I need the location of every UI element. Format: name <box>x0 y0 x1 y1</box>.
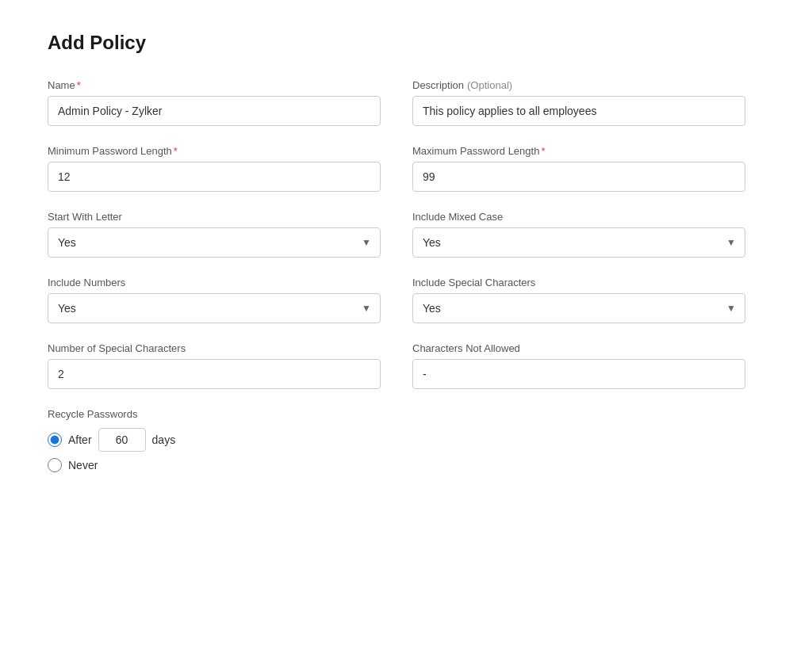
never-radio-row: Never <box>48 458 745 472</box>
include-special-chars-group: Include Special Characters Yes No ▼ <box>412 277 745 323</box>
max-password-input[interactable] <box>412 162 745 192</box>
after-radio-input[interactable] <box>48 433 62 447</box>
include-numbers-group: Include Numbers Yes No ▼ <box>48 277 381 323</box>
chars-not-allowed-group: Characters Not Allowed <box>412 342 745 389</box>
include-numbers-select[interactable]: Yes No <box>48 293 381 323</box>
include-mixed-case-wrapper: Yes No ▼ <box>412 227 745 258</box>
never-radio-input[interactable] <box>48 458 62 472</box>
include-mixed-case-group: Include Mixed Case Yes No ▼ <box>412 211 745 258</box>
include-special-chars-wrapper: Yes No ▼ <box>412 293 745 323</box>
include-numbers-wrapper: Yes No ▼ <box>48 293 381 323</box>
page-title: Add Policy <box>48 32 745 54</box>
include-mixed-case-label: Include Mixed Case <box>412 211 745 223</box>
days-input[interactable] <box>98 428 146 452</box>
min-password-input[interactable] <box>48 162 381 192</box>
chars-not-allowed-input[interactable] <box>412 359 745 389</box>
after-radio-row: After days <box>48 428 745 452</box>
include-special-chars-select[interactable]: Yes No <box>412 293 745 323</box>
start-with-letter-group: Start With Letter Yes No ▼ <box>48 211 381 258</box>
start-with-letter-label: Start With Letter <box>48 211 381 223</box>
max-password-group: Maximum Password Length* <box>412 145 745 192</box>
description-group: Description(Optional) <box>412 79 745 126</box>
num-special-chars-group: Number of Special Characters <box>48 342 381 389</box>
num-special-chars-input[interactable] <box>48 359 381 389</box>
page-container: Add Policy Name* Description(Optional) M… <box>0 0 793 504</box>
min-password-group: Minimum Password Length* <box>48 145 381 192</box>
include-mixed-case-select[interactable]: Yes No <box>412 227 745 258</box>
start-with-letter-select[interactable]: Yes No <box>48 227 381 258</box>
include-special-chars-label: Include Special Characters <box>412 277 745 288</box>
chars-not-allowed-label: Characters Not Allowed <box>412 342 745 354</box>
name-label: Name* <box>48 79 381 91</box>
include-numbers-label: Include Numbers <box>48 277 381 288</box>
min-password-label: Minimum Password Length* <box>48 145 381 157</box>
after-radio-label[interactable]: After <box>68 433 92 446</box>
start-with-letter-wrapper: Yes No ▼ <box>48 227 381 258</box>
name-group: Name* <box>48 79 381 126</box>
recycle-passwords-section: After days Never <box>48 428 745 472</box>
name-input[interactable] <box>48 96 381 126</box>
max-password-label: Maximum Password Length* <box>412 145 745 157</box>
recycle-passwords-label: Recycle Passwords <box>48 408 745 420</box>
days-text: days <box>152 433 176 446</box>
recycle-passwords-group: Recycle Passwords After days Never <box>48 408 745 472</box>
form-grid: Name* Description(Optional) Minimum Pass… <box>48 79 745 472</box>
never-radio-label[interactable]: Never <box>68 459 98 472</box>
num-special-chars-label: Number of Special Characters <box>48 342 381 354</box>
description-label: Description(Optional) <box>412 79 745 91</box>
description-input[interactable] <box>412 96 745 126</box>
